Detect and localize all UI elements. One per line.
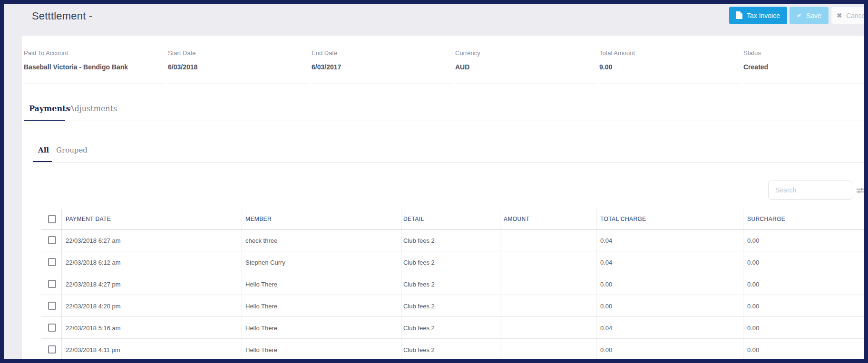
cell-member: Hello There xyxy=(245,325,277,332)
page-title: Setttlement - xyxy=(32,10,92,22)
x-icon: ✖ xyxy=(837,12,842,19)
tab-adjustments[interactable]: Adjustments xyxy=(69,104,117,113)
field-underline xyxy=(599,84,740,84)
field-status: Status Created xyxy=(743,49,865,57)
field-total-amount: Total Amount 9.00 xyxy=(599,49,740,57)
cell-total-charge: 0.04 xyxy=(600,237,612,244)
cell-payment-date: 22/03/2018 4:27 pm xyxy=(66,281,121,288)
table-row[interactable]: 22/03/2018 4:11 pm Hello There Club fees… xyxy=(41,339,865,359)
field-label: Total Amount xyxy=(599,49,740,57)
field-underline xyxy=(168,84,309,84)
table-row[interactable]: 22/03/2018 4:27 pm Hello There Club fees… xyxy=(41,273,865,295)
col-surcharge[interactable]: SURCHARGE xyxy=(747,216,785,222)
col-payment-date[interactable]: PAYMENT DATE xyxy=(66,216,111,222)
table-row[interactable]: 22/03/2018 5:16 am Hello There Club fees… xyxy=(41,317,865,339)
col-total-charge[interactable]: TOTAL CHARGE xyxy=(600,216,646,222)
cell-payment-date: 22/03/2018 4:20 pm xyxy=(66,303,121,310)
row-checkbox[interactable] xyxy=(48,258,56,266)
cell-total-charge: 0.00 xyxy=(600,281,612,288)
cell-surcharge: 0.00 xyxy=(747,259,759,266)
cell-payment-date: 22/03/2018 4:11 pm xyxy=(66,346,120,353)
field-underline xyxy=(24,84,165,84)
col-amount[interactable]: AMOUNT xyxy=(504,216,529,222)
select-all-checkbox[interactable] xyxy=(48,215,56,223)
cell-surcharge: 0.00 xyxy=(747,281,759,288)
cell-detail: Club fees 2 xyxy=(403,303,435,310)
tab-payments[interactable]: Payments xyxy=(29,104,70,113)
row-checkbox[interactable] xyxy=(48,236,56,244)
field-value: 6/03/2018 xyxy=(168,63,197,71)
table-row[interactable]: 22/03/2018 6:27 am check three Club fees… xyxy=(41,229,865,251)
field-label: Status xyxy=(743,49,865,57)
cell-detail: Club fees 2 xyxy=(403,259,435,266)
cell-payment-date: 22/03/2018 5:16 am xyxy=(66,325,121,332)
cell-total-charge: 0.00 xyxy=(600,303,612,310)
cell-detail: Club fees 2 xyxy=(403,325,435,332)
subtab-all[interactable]: All xyxy=(38,146,49,154)
settlement-card: Paid To Account Baseball Victoria - Bend… xyxy=(22,36,865,359)
row-checkbox[interactable] xyxy=(48,345,56,353)
cell-payment-date: 22/03/2018 6:12 am xyxy=(66,259,121,266)
field-label: Start Date xyxy=(168,49,309,57)
cell-surcharge: 0.00 xyxy=(747,346,759,353)
settlement-page: Setttlement - Tax Invoice ✔ Save ✖ Cance… xyxy=(0,0,868,363)
field-value: 9.00 xyxy=(599,63,612,71)
cell-payment-date: 22/03/2018 6:27 am xyxy=(66,237,121,244)
field-value: Baseball Victoria - Bendigo Bank xyxy=(24,63,128,71)
cell-total-charge: 0.00 xyxy=(600,346,612,353)
field-start-date: Start Date 6/03/2018 xyxy=(168,49,309,57)
save-label: Save xyxy=(806,12,821,19)
status-value: Created xyxy=(743,63,768,71)
subtab-grouped[interactable]: Grouped xyxy=(56,146,88,154)
row-checkbox[interactable] xyxy=(48,302,56,310)
cell-total-charge: 0.04 xyxy=(600,259,612,266)
cell-member: Hello There xyxy=(245,303,277,310)
table-header: PAYMENT DATE MEMBER DETAIL AMOUNT TOTAL … xyxy=(41,209,865,229)
cell-surcharge: 0.00 xyxy=(747,303,759,310)
row-checkbox[interactable] xyxy=(48,280,56,288)
col-detail[interactable]: DETAIL xyxy=(403,216,424,222)
field-underline xyxy=(743,84,865,84)
field-label: Paid To Account xyxy=(24,49,165,57)
document-icon xyxy=(736,11,742,20)
field-value: 6/03/2017 xyxy=(312,63,341,71)
table-row[interactable]: 22/03/2018 4:20 pm Hello There Club fees… xyxy=(41,295,865,317)
cell-total-charge: 0.04 xyxy=(600,325,612,332)
cell-detail: Club fees 2 xyxy=(403,346,435,353)
table-row[interactable]: 22/03/2018 6:12 am Stephen Curry Club fe… xyxy=(41,251,865,273)
cancel-button[interactable]: ✖ Cancel xyxy=(831,7,868,24)
field-underline xyxy=(455,84,596,84)
search-input[interactable] xyxy=(768,181,852,200)
subtabs-divider xyxy=(33,162,865,162)
tax-invoice-label: Tax Invoice xyxy=(747,12,780,19)
field-value: AUD xyxy=(455,63,469,71)
field-currency: Currency AUD xyxy=(455,49,596,57)
cell-surcharge: 0.00 xyxy=(747,237,759,244)
cell-detail: Club fees 2 xyxy=(403,281,435,288)
filter-sliders-icon[interactable] xyxy=(856,186,865,195)
field-paid-to-account: Paid To Account Baseball Victoria - Bend… xyxy=(24,49,165,57)
cancel-label: Cancel xyxy=(846,12,867,19)
row-checkbox[interactable] xyxy=(48,324,56,332)
field-end-date: End Date 6/03/2017 xyxy=(312,49,452,57)
save-button[interactable]: ✔ Save xyxy=(790,7,829,24)
tax-invoice-button[interactable]: Tax Invoice xyxy=(729,7,787,24)
payments-table: PAYMENT DATE MEMBER DETAIL AMOUNT TOTAL … xyxy=(41,209,865,359)
col-member[interactable]: MEMBER xyxy=(245,216,272,222)
cell-surcharge: 0.00 xyxy=(747,325,759,332)
field-label: Currency xyxy=(455,49,596,57)
cell-member: Hello There xyxy=(245,346,277,353)
tabs-divider xyxy=(22,121,865,121)
cell-member: Hello There xyxy=(245,281,277,288)
field-underline xyxy=(312,84,452,84)
cell-detail: Club fees 2 xyxy=(403,237,435,244)
check-icon: ✔ xyxy=(797,12,802,19)
cell-member: Stephen Curry xyxy=(245,259,285,266)
field-label: End Date xyxy=(312,49,452,57)
cell-member: check three xyxy=(245,237,277,244)
